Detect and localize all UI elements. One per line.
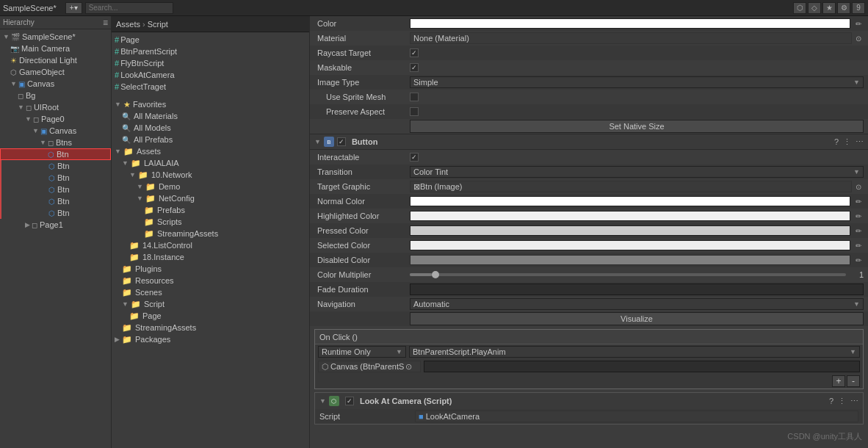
onclick-remove-btn[interactable]: - xyxy=(847,375,860,387)
proj-laialaia[interactable]: ▼ 📁 LAIALAIA xyxy=(112,157,309,169)
proj-10network[interactable]: ▼ 📁 10.Network xyxy=(112,169,309,181)
hier-item-canvas[interactable]: ▼ ▣ Canvas xyxy=(0,78,111,90)
look-at-settings-btn[interactable]: ⋮ xyxy=(838,397,846,406)
disabled-color-edit[interactable]: ✏ xyxy=(853,256,864,264)
proj-streamingassets[interactable]: 📁 StreamingAssets xyxy=(112,228,309,239)
raycast-checkbox[interactable] xyxy=(410,48,419,57)
highlighted-color-swatch[interactable] xyxy=(410,211,850,221)
look-at-script-value[interactable]: ■ LookAtCamera xyxy=(415,411,858,422)
hier-item-samplescene[interactable]: ▼ 🎬 SampleScene* xyxy=(0,31,111,43)
proj-packages[interactable]: ▶ 📁 Packages xyxy=(112,333,309,345)
func-dropdown[interactable]: BtnParentScript.PlayAnim ▼ xyxy=(409,346,860,358)
proj-18instance[interactable]: 📁 18.Instance xyxy=(112,251,309,263)
interactable-checkbox[interactable] xyxy=(410,153,419,162)
material-target-icon[interactable]: ⊙ xyxy=(853,35,864,43)
hier-item-gameobject[interactable]: ⬡ GameObject xyxy=(0,66,111,78)
proj-netconfig[interactable]: ▼ 📁 NetConfig xyxy=(112,192,309,204)
toolbar-icon-layers[interactable]: 9 xyxy=(852,2,865,14)
disabled-color-swatch[interactable] xyxy=(410,255,850,265)
hier-item-btn-selected[interactable]: ⬡ Btn xyxy=(0,148,111,160)
canvas-param-input[interactable]: 0 xyxy=(424,361,860,372)
toolbar-icon-settings[interactable]: ⚙ xyxy=(837,2,850,14)
proj-all-models[interactable]: 🔍 All Models xyxy=(112,122,309,134)
onclick-add-btn[interactable]: + xyxy=(832,375,845,387)
hier-item-btn1[interactable]: ⬡ Btn xyxy=(0,160,111,172)
proj-assets[interactable]: ▼ 📁 Assets xyxy=(112,145,309,157)
target-graphic-target-icon[interactable]: ⊙ xyxy=(853,183,864,191)
runtime-only-dropdown[interactable]: Runtime Only ▼ xyxy=(318,346,406,358)
button-more-btn[interactable]: ⋯ xyxy=(856,137,864,147)
proj-prefabs[interactable]: 📁 Prefabs xyxy=(112,204,309,216)
selected-color-swatch[interactable] xyxy=(410,240,850,250)
normal-color-swatch[interactable] xyxy=(410,196,850,206)
toolbar-icon-scale[interactable]: ★ xyxy=(822,2,836,14)
proj-page-script[interactable]: 📁 Page xyxy=(112,310,309,322)
use-sprite-mesh-checkbox[interactable] xyxy=(410,93,419,101)
slider-thumb[interactable] xyxy=(432,271,439,278)
color-edit-icon[interactable]: ✏ xyxy=(853,20,864,28)
hier-item-btn3[interactable]: ⬡ Btn xyxy=(0,184,111,195)
proj-plugins[interactable]: 📁 Plugins xyxy=(112,263,309,275)
material-value[interactable]: None (Material) xyxy=(410,32,852,44)
visualize-btn[interactable]: Visualize xyxy=(410,312,864,325)
target-graphic-value[interactable]: ⊠Btn (Image) xyxy=(410,181,852,192)
proj-file-page[interactable]: # Page xyxy=(112,34,309,46)
hierarchy-menu-btn[interactable]: ≡ xyxy=(103,18,108,28)
image-type-dropdown[interactable]: Simple ▼ xyxy=(410,76,864,88)
proj-file-selecttraget[interactable]: # SelectTraget xyxy=(112,81,309,93)
proj-file-flybtnscript[interactable]: # FlyBtnScript xyxy=(112,57,309,69)
hier-item-btns[interactable]: ▼ ◻ Btns xyxy=(0,137,111,148)
hier-item-page1[interactable]: ▶ ◻ Page1 xyxy=(0,219,111,231)
proj-file-lookatcamera[interactable]: # LookAtCamera xyxy=(112,69,309,81)
hier-item-page0[interactable]: ▼ ◻ Page0 xyxy=(0,113,111,125)
color-swatch[interactable] xyxy=(410,18,850,29)
maskable-checkbox[interactable] xyxy=(410,63,419,72)
proj-all-prefabs[interactable]: 🔍 All Prefabs xyxy=(112,134,309,145)
hier-item-canvas2[interactable]: ▼ ▣ Canvas xyxy=(0,125,111,137)
hier-item-bg[interactable]: ◻ Bg xyxy=(0,90,111,101)
normal-color-edit[interactable]: ✏ xyxy=(853,198,864,206)
toolbar-icon-move[interactable]: ⬡ xyxy=(793,2,806,14)
canvas-ref-value[interactable]: ⬡ Canvas (BtnParentS ⊙ xyxy=(318,361,421,372)
proj-favorites[interactable]: ▼ ★ Favorites xyxy=(112,98,309,110)
look-at-help-btn[interactable]: ? xyxy=(829,397,833,406)
proj-file-btnparentscript[interactable]: # BtnParentScript xyxy=(112,46,309,57)
proj-streamingassets2[interactable]: 📁 StreamingAssets xyxy=(112,322,309,333)
pressed-color-edit[interactable]: ✏ xyxy=(853,227,864,235)
preserve-aspect-checkbox[interactable] xyxy=(410,107,419,116)
navigation-dropdown[interactable]: Automatic ▼ xyxy=(410,298,864,310)
hier-item-uiroot[interactable]: ▼ ◻ UIRoot xyxy=(0,101,111,113)
hier-item-btn5[interactable]: ⬡ Btn xyxy=(0,207,111,219)
button-enable-checkbox[interactable] xyxy=(337,137,346,146)
hier-item-btn2[interactable]: ⬡ Btn xyxy=(0,172,111,184)
proj-script-folder[interactable]: ▼ 📁 Script xyxy=(112,298,309,310)
button-help-btn[interactable]: ? xyxy=(834,137,839,146)
add-object-btn[interactable]: +▾ xyxy=(65,2,82,14)
set-native-size-btn[interactable]: Set Native Size xyxy=(410,120,864,133)
hierarchy-search[interactable] xyxy=(85,2,173,14)
button-expand-icon[interactable]: ▼ xyxy=(314,138,321,145)
proj-14listcontrol[interactable]: 📁 14.ListControl xyxy=(112,239,309,251)
button-settings-btn[interactable]: ⋮ xyxy=(843,137,851,147)
fade-duration-input[interactable]: 0.1 xyxy=(410,283,864,295)
hier-item-directionallight[interactable]: ☀ Directional Light xyxy=(0,54,111,66)
proj-resources[interactable]: 📁 Resources xyxy=(112,275,309,286)
hier-item-btn4[interactable]: ⬡ Btn xyxy=(0,195,111,207)
look-at-expand-icon[interactable]: ▼ xyxy=(319,397,326,405)
proj-all-materials[interactable]: 🔍 All Materials xyxy=(112,110,309,122)
color-multiplier-slider[interactable]: 1 xyxy=(410,270,864,279)
pressed-color-swatch[interactable] xyxy=(410,225,850,236)
highlighted-color-edit[interactable]: ✏ xyxy=(853,212,864,220)
breadcrumb-assets[interactable]: Assets xyxy=(116,20,140,29)
proj-scenes[interactable]: 📁 Scenes xyxy=(112,286,309,298)
look-at-more-btn[interactable]: ⋯ xyxy=(850,397,858,406)
selected-color-edit[interactable]: ✏ xyxy=(853,242,864,250)
toolbar-icon-rotate[interactable]: ◇ xyxy=(808,2,821,14)
look-at-enable-checkbox[interactable] xyxy=(345,397,354,405)
proj-scripts[interactable]: 📁 Scripts xyxy=(112,216,309,228)
hier-item-maincamera[interactable]: 📷 Main Camera xyxy=(0,43,111,54)
breadcrumb-script[interactable]: Script xyxy=(148,20,168,29)
transition-dropdown[interactable]: Color Tint ▼ xyxy=(410,166,864,178)
proj-demo[interactable]: ▼ 📁 Demo xyxy=(112,181,309,192)
canvas-target-icon: ⊙ xyxy=(405,362,412,372)
